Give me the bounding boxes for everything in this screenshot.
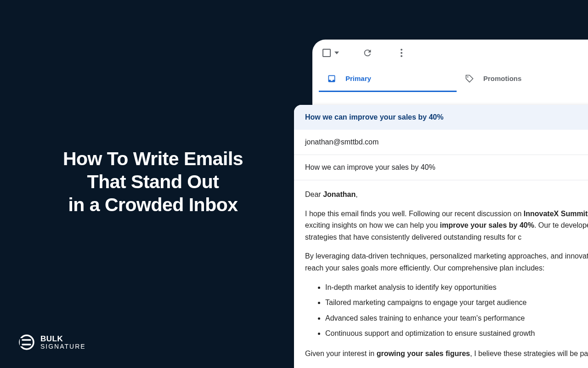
compose-subject-field[interactable]: How we can improve your sales by 40%	[294, 155, 588, 180]
p3-bold: growing your sales figures	[377, 350, 470, 357]
caret-down-icon	[334, 52, 339, 54]
p1-bold2: improve your sales by 40%	[440, 221, 534, 229]
tab-promotions[interactable]: Promotions	[457, 66, 588, 92]
list-item: Tailored marketing campaigns to engage y…	[325, 297, 588, 309]
mail-tabs: Primary Promotions	[312, 66, 588, 92]
refresh-button[interactable]	[362, 47, 373, 58]
brand-logo-top: BULK	[40, 335, 86, 343]
compose-paragraph-1: I hope this email finds you well. Follow…	[305, 208, 588, 243]
more-button[interactable]	[396, 47, 407, 58]
headline-line-2: That Stand Out	[43, 170, 263, 193]
list-item: In-depth market analysis to identify key…	[325, 282, 588, 293]
checkbox-icon	[322, 49, 331, 57]
p1-bold1: InnovateX Summit 2024	[524, 210, 588, 218]
mail-toolbar	[312, 40, 588, 66]
compose-card: How we can improve your sales by 40% jon…	[294, 105, 588, 368]
compose-to-value: jonathan@smttbd.com	[305, 138, 379, 146]
compose-greeting: Dear Jonathan,	[305, 189, 588, 201]
headline-line-3: in a Crowded Inbox	[43, 193, 263, 216]
more-vertical-icon	[401, 49, 402, 57]
headline-line-1: How To Write Emails	[43, 147, 263, 170]
compose-body[interactable]: Dear Jonathan, I hope this email finds y…	[294, 180, 588, 368]
p3-b: , I believe these strategies will be par…	[470, 350, 588, 357]
greeting-name: Jonathan	[323, 190, 356, 198]
svg-point-4	[467, 76, 469, 78]
greeting-prefix: Dear	[305, 190, 323, 198]
page-headline: How To Write Emails That Stand Out in a …	[43, 147, 263, 216]
brand-logo-mark-icon	[18, 334, 35, 351]
tag-icon	[465, 74, 474, 83]
compose-bullets: In-depth market analysis to identify key…	[325, 282, 588, 339]
list-item: Advanced sales training to enhance your …	[325, 312, 588, 324]
tab-primary[interactable]: Primary	[319, 66, 457, 92]
greeting-suffix: ,	[356, 190, 357, 198]
compose-title: How we can improve your sales by 40%	[294, 105, 588, 130]
p1-a: I hope this email finds you well. Follow…	[305, 210, 524, 218]
select-all-control[interactable]	[322, 49, 339, 57]
inbox-icon	[327, 74, 336, 83]
p3-a: Given your interest in	[305, 350, 377, 357]
compose-paragraph-2: By leveraging data-driven techniques, pe…	[305, 250, 588, 274]
compose-paragraph-3: Given your interest in growing your sale…	[305, 348, 588, 360]
list-item: Continuous support and optimization to e…	[325, 328, 588, 339]
compose-subject-value: How we can improve your sales by 40%	[305, 163, 435, 171]
tab-primary-label: Primary	[345, 75, 371, 82]
tab-promotions-label: Promotions	[483, 75, 521, 82]
refresh-icon	[362, 48, 373, 58]
brand-logo-text: BULK SIGNATURE	[40, 335, 86, 350]
brand-logo-bottom: SIGNATURE	[40, 343, 86, 350]
compose-to-field[interactable]: jonathan@smttbd.com	[294, 130, 588, 155]
brand-logo: BULK SIGNATURE	[18, 334, 86, 351]
